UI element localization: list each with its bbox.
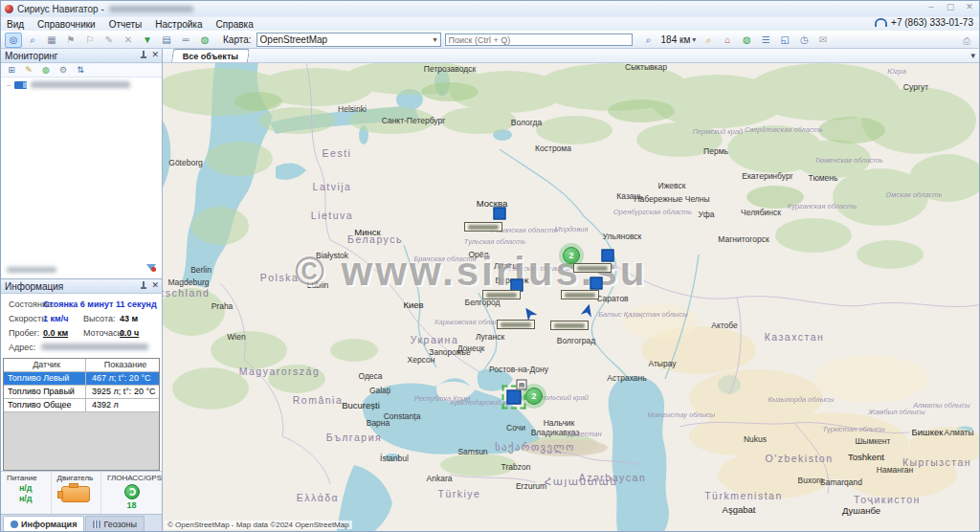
map-tab-strip: Все объекты ▾ [163, 49, 979, 63]
scale-value: 184 км [661, 34, 691, 45]
tree-expander-icon[interactable]: – [7, 80, 11, 89]
support-phone: +7 (863) 333-01-73 [891, 17, 973, 28]
print-icon[interactable]: ⎙ [958, 33, 975, 49]
ruler-icon[interactable]: ═ [177, 33, 194, 48]
map-marker-cluster[interactable]: 2 [525, 388, 543, 405]
pin-icon[interactable] [140, 51, 146, 59]
cell-sensor: Топливо Общее [4, 399, 86, 411]
scale-dropdown[interactable]: 184 км▾ [659, 34, 699, 45]
close-button[interactable]: ✕ [963, 2, 976, 11]
cell-value: 3925 л; t°: 20 °C [86, 386, 159, 398]
zoom-scale-icon[interactable]: ⌕ [640, 33, 657, 48]
table-row[interactable]: Топливо Общее 4392 л [4, 399, 159, 412]
monitoring-toolbar: ⊞✎◍⚙⇅ [1, 63, 162, 78]
menubar: Вид Справочники Отчеты Настройка Справка… [1, 17, 979, 31]
zoom-icon[interactable]: ⌕ [24, 33, 41, 48]
mileage-label: Пробег: [9, 328, 39, 338]
tab-label: Информация [21, 520, 77, 529]
track-end-icon[interactable]: ⚐ [81, 33, 99, 48]
fit-extent-icon[interactable]: ◱ [776, 33, 793, 48]
tab-geozones[interactable]: Геозоны [85, 516, 145, 531]
headset-icon [875, 18, 887, 27]
monitoring-icon[interactable]: ◎ [5, 33, 22, 48]
tab-information[interactable]: Информация [3, 516, 84, 531]
window-title: Сириус Навигатор - [17, 4, 104, 14]
world-icon[interactable]: ◍ [738, 33, 755, 48]
route-clear-icon[interactable]: ✕ [120, 33, 137, 48]
map-select-label: Карта: [223, 34, 252, 45]
monitoring-footer [1, 261, 162, 278]
globe-icon[interactable]: ◍ [196, 33, 213, 48]
minimize-button[interactable]: – [924, 2, 938, 11]
select-all-icon[interactable]: ⊞ [5, 64, 18, 76]
settings-icon[interactable]: ⚙ [56, 64, 70, 76]
report-grid-icon[interactable]: ▤ [158, 33, 175, 48]
geozones-tab-icon [93, 521, 100, 528]
map-marker-plate[interactable] [550, 321, 589, 330]
map-marker-badge[interactable]: ▤ [517, 380, 527, 390]
app-logo-icon [5, 5, 13, 13]
map-marker-vehicle[interactable] [590, 277, 603, 290]
map-marker-plate[interactable] [573, 263, 612, 273]
close-panel-icon[interactable]: ✕ [151, 51, 159, 59]
titlebar: Сириус Навигатор - – ▢ ✕ [1, 1, 979, 17]
chevron-down-icon: ▾ [434, 35, 437, 44]
tab-all-objects[interactable]: Все объекты [171, 49, 250, 62]
route-edit-icon[interactable]: ✎ [100, 33, 118, 48]
menu-item-settings[interactable]: Настройка [155, 19, 202, 30]
map-marker-vehicle[interactable] [494, 208, 506, 220]
pin-icon[interactable] [140, 281, 146, 290]
tab-label: Все объекты [183, 52, 238, 61]
message-icon[interactable]: ✉ [814, 33, 832, 48]
status-indicators: Питание н/д н/д Двигатель ГЛОНАСС/GPS 18 [1, 471, 162, 514]
vehicle-name-redacted [31, 81, 130, 88]
map-provider-select[interactable]: OpenStreetMap ▾ [256, 33, 441, 47]
column-value: Показание [86, 359, 159, 371]
state-value: Стоянка 6 минут 11 секунд [43, 299, 157, 309]
layers-dropdown-icon[interactable]: ▼ [139, 33, 156, 48]
monitoring-list-empty [1, 92, 162, 261]
zoom-window-icon[interactable]: ⌕ [700, 33, 717, 48]
vehicle-tree-item[interactable]: – [1, 78, 162, 92]
legend-icon[interactable]: ☰ [757, 33, 774, 48]
map-marker-plate[interactable] [497, 320, 535, 329]
home-icon[interactable]: ⌂ [719, 33, 736, 48]
table-row[interactable]: Топливо Правый 3925 л; t°: 20 °C [4, 386, 159, 399]
map-marker-cluster[interactable]: 2 [563, 247, 580, 264]
connection-icon[interactable]: ⇅ [74, 64, 87, 76]
sensors-table-header: Датчик Показание [4, 359, 159, 372]
menu-item-view[interactable]: Вид [7, 19, 24, 30]
address-label: Адрес: [9, 343, 35, 352]
mileage-value[interactable]: 0.0 км [43, 328, 68, 338]
filter-icon[interactable] [146, 264, 156, 276]
menu-item-directories[interactable]: Справочники [37, 19, 96, 30]
cell-sensor: Топливо Левый [4, 372, 86, 385]
hours-value[interactable]: 0.0 ч [120, 328, 139, 338]
maximize-button[interactable]: ▢ [944, 2, 957, 11]
monitoring-panel-title: Мониторинг [5, 51, 57, 61]
track-start-icon[interactable]: ⚑ [62, 33, 79, 48]
menu-item-reports[interactable]: Отчеты [109, 19, 143, 30]
map-marker-selected[interactable] [507, 390, 522, 405]
map-marker-plate[interactable] [464, 222, 502, 232]
search-input[interactable] [445, 33, 633, 46]
window-controls: – ▢ ✕ [924, 2, 976, 11]
map-marker-plate[interactable] [561, 290, 599, 299]
map-canvas[interactable]: © www.sirius.su © OpenStreetMap - Map da… [163, 63, 979, 531]
history-icon[interactable]: ◷ [795, 33, 813, 48]
info-tab-icon [11, 521, 18, 528]
menu-item-help[interactable]: Справка [216, 19, 254, 30]
map-image-icon[interactable]: ▦ [43, 33, 60, 48]
edit-icon[interactable]: ✎ [22, 64, 35, 76]
map-marker-plate[interactable] [482, 290, 521, 299]
map-marker-vehicle[interactable] [602, 250, 614, 262]
close-panel-icon[interactable]: ✕ [151, 281, 159, 290]
column-sensor: Датчик [4, 359, 86, 371]
map-provider-value: OpenStreetMap [260, 34, 328, 45]
table-row[interactable]: Топливо Левый 467 л; t°: 20 °C [4, 372, 159, 386]
monitoring-panel-header: Мониторинг ✕ [1, 49, 162, 63]
app-window: Сириус Навигатор - – ▢ ✕ Вид Справочники… [0, 0, 980, 532]
gps-satellites-count: 18 [127, 500, 137, 510]
show-on-map-icon[interactable]: ◍ [39, 64, 53, 76]
tab-list-dropdown-icon[interactable]: ▾ [970, 51, 975, 60]
